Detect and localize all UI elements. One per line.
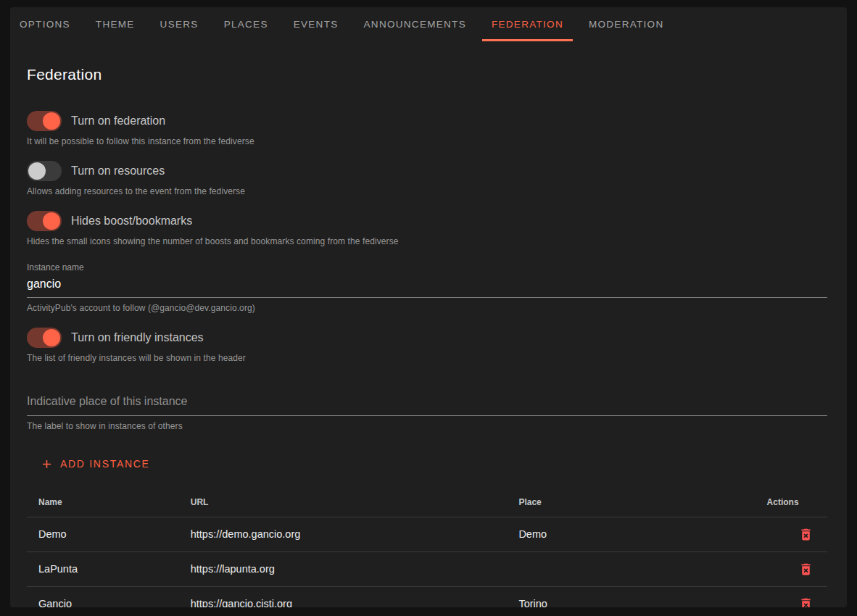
instance-name-field: Instance name ActivityPub's account to f… <box>27 262 827 313</box>
plus-icon <box>40 457 54 471</box>
instance-url-cell: https://demo.gancio.org <box>179 517 508 552</box>
toggle-thumb <box>43 212 60 230</box>
delete-forever-icon <box>798 533 813 544</box>
table-row: LaPunta https://lapunta.org <box>27 552 827 586</box>
tab-places[interactable]: PLACES <box>215 7 278 41</box>
delete-instance-button[interactable] <box>796 559 816 579</box>
column-header-actions: Actions <box>755 488 827 517</box>
friendly-instances-toggle[interactable] <box>27 328 62 348</box>
column-header-url: URL <box>179 488 508 517</box>
add-instance-button-label: ADD INSTANCE <box>60 458 150 470</box>
toggle-thumb <box>28 162 46 180</box>
delete-forever-icon <box>798 568 813 579</box>
delete-instance-button[interactable] <box>796 525 816 544</box>
instance-place-input[interactable] <box>27 389 827 416</box>
federation-toggle[interactable] <box>27 111 62 131</box>
setting-federation: Turn on federation It will be possible t… <box>27 111 827 146</box>
toggle-thumb <box>43 329 60 346</box>
table-row: Gancio https://gancio.cisti.org Torino <box>27 586 827 607</box>
hide-boost-toggle-hint: Hides the small icons showing the number… <box>27 236 827 246</box>
resources-toggle-label: Turn on resources <box>71 165 165 178</box>
tab-options[interactable]: OPTIONS <box>10 7 80 41</box>
tab-announcements[interactable]: ANNOUNCEMENTS <box>355 7 476 41</box>
trusted-instances-table: Name URL Place Actions Demo https://demo… <box>27 488 827 607</box>
table-header-row: Name URL Place Actions <box>27 488 827 517</box>
tab-federation[interactable]: FEDERATION <box>482 7 573 41</box>
toggle-thumb <box>43 112 60 130</box>
tab-moderation[interactable]: MODERATION <box>579 7 674 41</box>
admin-tabbar: OPTIONS THEME USERS PLACES EVENTS ANNOUN… <box>10 7 847 41</box>
instance-name-input[interactable] <box>27 274 827 298</box>
friendly-instances-toggle-label: Turn on friendly instances <box>71 331 204 344</box>
column-header-name: Name <box>27 488 179 517</box>
resources-toggle[interactable] <box>27 161 62 181</box>
tab-theme[interactable]: THEME <box>86 7 144 41</box>
federation-toggle-hint: It will be possible to follow this insta… <box>27 136 827 146</box>
delete-forever-icon <box>798 603 813 607</box>
friendly-instances-toggle-hint: The list of friendly instances will be s… <box>27 353 827 363</box>
tab-events[interactable]: EVENTS <box>284 7 348 41</box>
instance-url-cell: https://gancio.cisti.org <box>179 586 508 607</box>
instance-place-field: The label to show in instances of others <box>27 389 827 431</box>
setting-hide-boost: Hides boost/bookmarks Hides the small ic… <box>27 211 827 246</box>
instance-place-cell: Torino <box>507 586 755 607</box>
admin-panel-card: OPTIONS THEME USERS PLACES EVENTS ANNOUN… <box>10 7 847 607</box>
instance-name-cell: Gancio <box>27 586 179 607</box>
instance-name-hint: ActivityPub's account to follow (@gancio… <box>27 303 827 313</box>
setting-resources: Turn on resources Allows adding resource… <box>27 161 827 196</box>
column-header-place: Place <box>507 488 755 517</box>
add-instance-button[interactable]: ADD INSTANCE <box>37 451 153 476</box>
instance-url-cell: https://lapunta.org <box>179 552 508 586</box>
tab-users[interactable]: USERS <box>151 7 208 41</box>
instance-name-label: Instance name <box>27 262 827 272</box>
instance-name-cell: LaPunta <box>27 552 179 586</box>
delete-instance-button[interactable] <box>796 594 816 607</box>
instance-place-cell <box>507 552 755 586</box>
federation-settings-panel: Federation Turn on federation It will be… <box>10 66 847 607</box>
setting-friendly-instances: Turn on friendly instances The list of f… <box>27 328 827 363</box>
instance-place-cell: Demo <box>507 517 755 552</box>
page-title: Federation <box>27 66 827 83</box>
table-row: Demo https://demo.gancio.org Demo <box>27 517 827 552</box>
instance-name-cell: Demo <box>27 517 179 552</box>
resources-toggle-hint: Allows adding resources to the event fro… <box>27 186 827 196</box>
federation-toggle-label: Turn on federation <box>71 115 165 128</box>
hide-boost-toggle-label: Hides boost/bookmarks <box>71 215 192 228</box>
hide-boost-toggle[interactable] <box>27 211 62 231</box>
instance-place-hint: The label to show in instances of others <box>27 421 827 431</box>
